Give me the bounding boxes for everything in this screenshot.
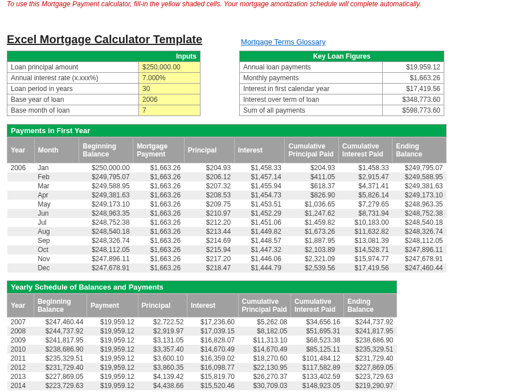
cell-value: $826.90: [285, 191, 338, 200]
column-ending-balance: Ending Balance: [343, 294, 396, 317]
cell-value: $3,860.35: [138, 363, 187, 372]
cell-month: Dec: [34, 263, 79, 273]
cell-value: $117,582.89: [290, 363, 343, 372]
cell-year: 2011: [7, 354, 34, 363]
cell-value: $206.12: [184, 172, 234, 181]
input-value[interactable]: 30: [139, 84, 200, 94]
cell-value: $2,722.52: [138, 317, 187, 327]
input-value[interactable]: 7.000%: [139, 73, 200, 84]
cell-value: $248,752.38: [392, 209, 447, 218]
cell-value: $17,236.60: [187, 317, 238, 327]
cell-value: $1,444.79: [234, 263, 285, 273]
cell-value: $248,963.35: [79, 209, 133, 218]
cell-year: [7, 191, 35, 200]
cell-value: $8,731.94: [338, 209, 392, 218]
cell-month: Jul: [34, 218, 79, 227]
cell-year: 2009: [7, 336, 34, 345]
key-label: Annual loan payments: [240, 62, 383, 73]
cell-value: $249,173.10: [79, 200, 133, 209]
key-label: Sum of all payments: [240, 105, 383, 116]
cell-value: $11,313.10: [238, 336, 290, 345]
cell-value: $1,448.57: [234, 236, 285, 245]
column-mortgage-payment: Mortgage Payment: [133, 138, 185, 163]
column-principal: Principal: [184, 138, 234, 163]
cell-value: $213.44: [184, 227, 234, 236]
cell-value: $1,449.82: [234, 227, 285, 236]
cell-value: $1,454.73: [234, 191, 285, 200]
key-value: $19,959.12: [383, 62, 444, 73]
column-year: Year: [7, 138, 35, 163]
cell-value: $1,459.82: [285, 218, 338, 227]
cell-value: $248,540.18: [79, 227, 133, 236]
cell-value: $247,896.11: [79, 254, 133, 263]
first-year-header: Payments in First Year: [7, 124, 447, 137]
cell-year: 2012: [7, 363, 34, 372]
cell-value: $1,663.26: [133, 227, 185, 236]
column-interest: Interest: [187, 294, 238, 317]
cell-value: $133,402.59: [290, 372, 343, 381]
cell-value: $204.93: [184, 163, 234, 173]
cell-value: $248,112.05: [79, 245, 133, 254]
column-cumulative-principal-paid: Cumulative Principal Paid: [238, 294, 290, 317]
table-row: Dec$247,678.91$1,663.26$218.47$1,444.79$…: [7, 263, 447, 273]
table-row: Jun$248,963.35$1,663.26$210.97$1,452.29$…: [7, 209, 447, 218]
cell-value: $244,737.92: [34, 327, 87, 336]
cell-year: [7, 218, 35, 227]
cell-value: $5,262.08: [238, 317, 290, 327]
cell-value: $244,737.92: [343, 317, 396, 327]
column-month: Month: [34, 138, 79, 163]
cell-value: $247,460.44: [34, 317, 87, 327]
cell-value: $2,103.89: [285, 245, 338, 254]
cell-value: $1,663.26: [133, 163, 185, 173]
cell-year: 2006: [7, 163, 35, 173]
cell-value: $238,686.90: [343, 336, 396, 345]
cell-month: May: [34, 200, 79, 209]
cell-value: $247,678.91: [79, 263, 133, 273]
cell-value: $1,455.94: [234, 181, 285, 191]
first-year-table: YearMonthBeginning BalanceMortgage Payme…: [7, 137, 447, 273]
cell-value: $210.97: [184, 209, 234, 218]
table-row: Apr$249,381.63$1,663.26$208.53$1,454.73$…: [7, 191, 447, 200]
cell-year: [7, 263, 35, 273]
input-value[interactable]: 2006: [139, 94, 200, 105]
cell-value: $248,540.18: [392, 218, 447, 227]
column-beginning-balance: Beginning Balance: [79, 138, 133, 163]
cell-value: $227,869.05: [34, 372, 87, 381]
cell-value: $1,663.26: [133, 254, 185, 263]
page-title: Excel Mortgage Calculator Template: [7, 33, 202, 46]
inputs-header: Inputs: [7, 51, 200, 62]
cell-value: $1,663.26: [133, 236, 185, 245]
cell-value: $16,359.02: [187, 354, 238, 363]
cell-month: Sep: [34, 236, 79, 245]
cell-value: $249,381.63: [79, 191, 133, 200]
cell-value: $148,923.05: [290, 381, 343, 390]
glossary-link[interactable]: Mortgage Terms Glossary: [241, 38, 326, 46]
table-row: 2009$241,817.95$19,959.12$3,131.05$16,82…: [7, 336, 397, 345]
column-payment: Payment: [87, 294, 138, 317]
cell-value: $1,458.33: [234, 163, 285, 173]
input-value[interactable]: 7: [139, 105, 200, 116]
cell-year: [7, 236, 35, 245]
cell-value: $5,826.14: [338, 191, 392, 200]
cell-value: $14,670.49: [238, 345, 290, 354]
cell-value: $1,663.26: [133, 191, 185, 200]
cell-value: $4,438.66: [138, 381, 187, 390]
cell-value: $217.20: [184, 254, 234, 263]
input-value[interactable]: $250,000.00: [139, 62, 200, 73]
cell-month: Mar: [34, 181, 79, 191]
table-row: 2008$244,737.92$19,959.12$2,919.97$17,03…: [7, 327, 397, 336]
cell-value: $19,959.12: [87, 327, 138, 336]
cell-value: $1,036.65: [285, 200, 338, 209]
cell-year: 2014: [7, 381, 34, 390]
cell-value: $212.20: [184, 218, 234, 227]
column-cumulative-interest-paid: Cumulative Interest Paid: [338, 138, 392, 163]
cell-value: $204.93: [285, 163, 338, 173]
cell-value: $248,752.38: [79, 218, 133, 227]
cell-month: Jun: [34, 209, 79, 218]
cell-value: $248,963.35: [392, 200, 447, 209]
cell-value: $247,460.44: [392, 263, 447, 273]
table-row: 2006Jan$250,000.00$1,663.26$204.93$1,458…: [7, 163, 447, 173]
cell-value: $235,329.51: [343, 345, 396, 354]
cell-value: $247,896.11: [392, 245, 447, 254]
cell-value: $209.75: [184, 200, 234, 209]
